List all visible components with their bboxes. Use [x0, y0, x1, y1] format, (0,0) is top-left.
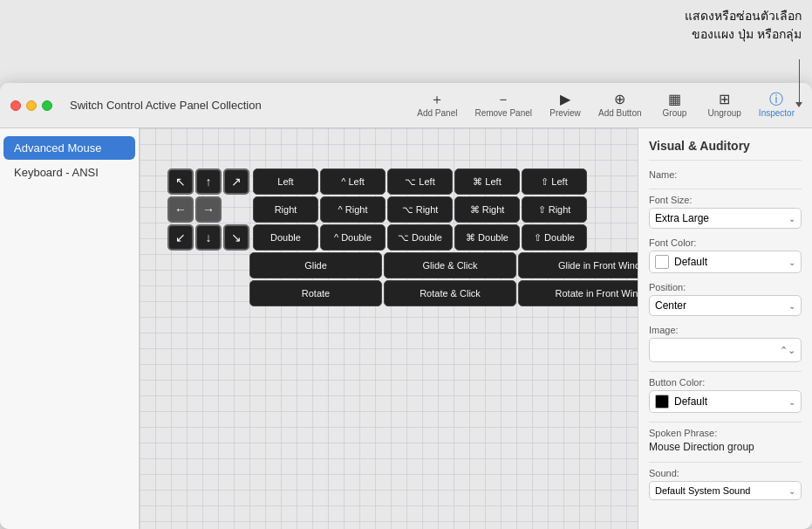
add-panel-button[interactable]: ＋ Add Panel [410, 90, 464, 120]
arrow-s-btn[interactable]: ↓ [195, 224, 222, 251]
canvas-grid: ↖ ↑ ↗ ← → ↙ ↓ ↘ [140, 128, 638, 529]
chevron-down-icon: ⌄ [788, 397, 795, 407]
main-canvas[interactable]: ↖ ↑ ↗ ← → ↙ ↓ ↘ [140, 128, 638, 529]
cmd-right-btn[interactable]: ⌘ Right [454, 196, 520, 223]
chevron-down-icon: ⌄ [788, 301, 795, 311]
sidebar-item-keyboard-ansi[interactable]: Keyboard - ANSI [3, 161, 135, 184]
ctrl-left-btn[interactable]: ^ Left [320, 168, 386, 195]
add-panel-icon: ＋ [430, 93, 444, 106]
remove-panel-icon: － [496, 93, 510, 106]
opt-left-btn[interactable]: ⌥ Left [387, 168, 453, 195]
sidebar-item-advanced-mouse[interactable]: Advanced Mouse [3, 136, 135, 160]
remove-panel-button[interactable]: － Remove Panel [467, 90, 539, 120]
arrow-nw-btn[interactable]: ↖ [167, 168, 194, 195]
minimize-button[interactable] [26, 100, 37, 111]
right-panel: Visual & Auditory Name: Font Size: Extra… [638, 128, 812, 529]
opt-double-btn[interactable]: ⌥ Double [387, 224, 453, 251]
add-button-button[interactable]: ⊕ Add Button [591, 90, 648, 120]
inspector-icon: ⓘ [769, 93, 783, 106]
image-group: Image: ⌃⌄ [649, 325, 802, 362]
sound-select[interactable]: Default System Sound ⌄ [649, 481, 802, 500]
ctrl-double-btn[interactable]: ^ Double [320, 224, 386, 251]
spoken-phrase-label: Spoken Phrase: [649, 428, 802, 438]
font-size-select[interactable]: Extra Large ⌄ [649, 208, 802, 229]
tooltip-area: แสดงหรือซ่อนตัวเลือกของแผง ปุ่ม หรือกลุ่… [550, 0, 812, 51]
spoken-phrase-value: Mouse Direction group [649, 441, 802, 453]
divider-2 [649, 371, 802, 372]
arrow-w-btn[interactable]: ← [167, 196, 194, 223]
glide-btn[interactable]: Glide [249, 252, 382, 278]
spoken-phrase-group: Spoken Phrase: Mouse Direction group [649, 428, 802, 453]
font-color-group: Font Color: Default ⌄ [649, 237, 802, 273]
window-title: Switch Control Active Panel Collection [70, 99, 410, 112]
button-color-select[interactable]: Default ⌄ [649, 390, 802, 413]
arrow-sw-btn[interactable]: ↙ [167, 224, 194, 251]
chevron-down-icon: ⌄ [788, 258, 795, 267]
arrow-se-btn[interactable]: ↘ [223, 224, 249, 251]
button-color-swatch [655, 395, 669, 409]
tooltip-text: แสดงหรือซ่อนตัวเลือกของแผง ปุ่ม หรือกลุ่… [685, 9, 802, 41]
position-label: Position: [649, 282, 802, 292]
group-button[interactable]: ▦ Group [652, 90, 698, 120]
cmd-double-btn[interactable]: ⌘ Double [454, 224, 520, 251]
font-color-select[interactable]: Default ⌄ [649, 251, 802, 273]
opt-right-btn[interactable]: ⌥ Right [387, 196, 453, 223]
font-color-field: Default [655, 255, 707, 269]
shift-left-btn[interactable]: ⇧ Left [522, 168, 587, 195]
arrow-n-btn[interactable]: ↑ [195, 168, 222, 195]
panel-rows: ↖ ↑ ↗ ← → ↙ ↓ ↘ [167, 168, 638, 306]
font-size-group: Font Size: Extra Large ⌄ [649, 195, 802, 229]
image-field[interactable]: ⌃⌄ [649, 338, 802, 362]
divider-4 [649, 462, 802, 463]
name-field-group: Name: [649, 169, 802, 180]
content-area: Advanced Mouse Keyboard - ANSI ↖ [0, 128, 812, 529]
position-group: Position: Center ⌄ [649, 282, 802, 316]
close-button[interactable] [10, 100, 21, 111]
chevron-down-icon: ⌄ [788, 214, 795, 223]
sidebar: Advanced Mouse Keyboard - ANSI [0, 128, 140, 529]
name-label: Name: [649, 169, 802, 180]
glide-front-btn[interactable]: Glide in Front Window [518, 252, 638, 278]
preview-button[interactable]: ▶ Preview [542, 90, 588, 120]
rotate-front-btn[interactable]: Rotate in Front Window [518, 280, 638, 306]
sound-label: Sound: [649, 468, 802, 478]
main-window: Switch Control Active Panel Collection ＋… [0, 83, 812, 529]
divider-1 [649, 189, 802, 189]
position-select[interactable]: Center ⌄ [649, 295, 802, 316]
button-color-label: Button Color: [649, 377, 802, 388]
traffic-lights [10, 100, 52, 111]
panel-row-glide: Glide Glide & Click Glide in Front Windo… [249, 252, 638, 278]
sound-group: Sound: Default System Sound ⌄ [649, 468, 802, 500]
rotate-click-btn[interactable]: Rotate & Click [384, 280, 516, 306]
add-button-icon: ⊕ [614, 93, 625, 106]
button-panel: ↖ ↑ ↗ ← → ↙ ↓ ↘ [167, 168, 638, 306]
group-icon: ▦ [668, 93, 681, 106]
titlebar: Switch Control Active Panel Collection ＋… [0, 83, 812, 128]
button-color-field: Default [655, 395, 707, 409]
glide-click-btn[interactable]: Glide & Click [384, 252, 516, 278]
panel-title: Visual & Auditory [649, 139, 802, 161]
divider-3 [649, 422, 802, 423]
image-label: Image: [649, 325, 802, 335]
maximize-button[interactable] [42, 100, 52, 111]
button-color-group: Button Color: Default ⌄ [649, 377, 802, 413]
right-btn[interactable]: Right [253, 196, 318, 223]
preview-icon: ▶ [560, 93, 570, 106]
panel-row-rotate: Rotate Rotate & Click Rotate in Front Wi… [249, 280, 638, 306]
arrow-ne-btn[interactable]: ↗ [223, 168, 249, 195]
shift-right-btn[interactable]: ⇧ Right [522, 196, 587, 223]
left-btn[interactable]: Left [253, 168, 318, 195]
arrow-e-btn[interactable]: → [195, 196, 222, 223]
font-color-label: Font Color: [649, 237, 802, 248]
shift-double-btn[interactable]: ⇧ Double [522, 224, 587, 251]
double-btn[interactable]: Double [253, 224, 318, 251]
ungroup-icon: ⊞ [719, 93, 730, 106]
image-chevrons: ⌃⌄ [780, 345, 795, 356]
inspector-button[interactable]: ⓘ Inspector [752, 90, 802, 120]
cmd-left-btn[interactable]: ⌘ Left [454, 168, 520, 195]
rotate-btn[interactable]: Rotate [249, 280, 382, 306]
panel-row-1: ↖ ↑ ↗ ← → ↙ ↓ ↘ [167, 168, 638, 251]
font-color-swatch [655, 255, 669, 269]
ctrl-right-btn[interactable]: ^ Right [320, 196, 386, 223]
ungroup-button[interactable]: ⊞ Ungroup [701, 90, 748, 120]
